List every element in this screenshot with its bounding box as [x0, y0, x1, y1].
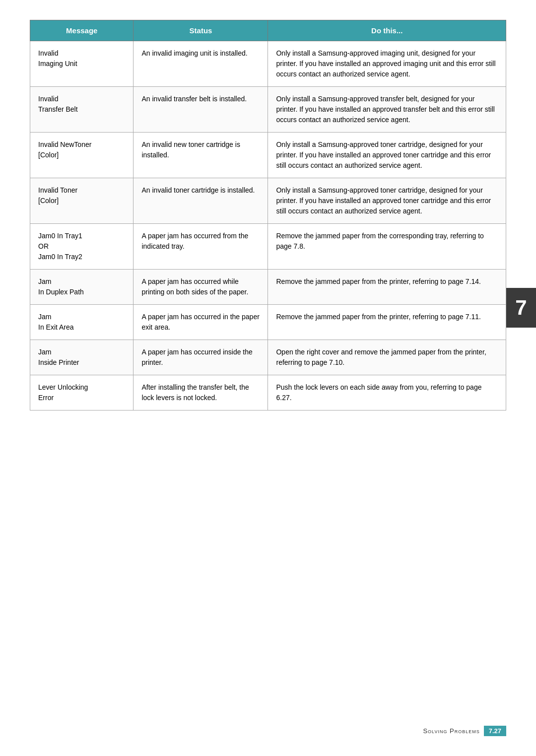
cell-message: Invalid Toner [Color] — [30, 178, 134, 224]
cell-status: A paper jam has occurred in the paper ex… — [134, 305, 268, 340]
header-message: Message — [30, 20, 134, 41]
cell-status: An invalid transfer belt is installed. — [134, 87, 268, 133]
cell-message: Jam0 In Tray1 OR Jam0 In Tray2 — [30, 224, 134, 270]
footer-label: Solving Problems — [423, 727, 479, 735]
cell-dothis: Only install a Samsung-approved toner ca… — [268, 178, 506, 224]
table-row: Lever Unlocking ErrorAfter installing th… — [30, 375, 506, 411]
table-row: Invalid Imaging UnitAn invalid imaging u… — [30, 41, 506, 87]
table-row: Jam In Exit AreaA paper jam has occurred… — [30, 305, 506, 340]
table-row: Invalid Transfer BeltAn invalid transfer… — [30, 87, 506, 133]
cell-message: Jam In Exit Area — [30, 305, 134, 340]
cell-dothis: Remove the jammed paper from the printer… — [268, 270, 506, 305]
cell-status: An invalid new toner cartridge is instal… — [134, 133, 268, 178]
cell-status: After installing the transfer belt, the … — [134, 375, 268, 411]
cell-dothis: Only install a Samsung-approved transfer… — [268, 87, 506, 133]
chapter-tab: 7 — [506, 288, 536, 328]
cell-status: An invalid imaging unit is installed. — [134, 41, 268, 87]
table-row: Invalid NewToner [Color]An invalid new t… — [30, 133, 506, 178]
table-row: Jam Inside PrinterA paper jam has occurr… — [30, 340, 506, 375]
cell-dothis: Push the lock levers on each side away f… — [268, 375, 506, 411]
cell-status: A paper jam has occurred from the indica… — [134, 224, 268, 270]
cell-status: A paper jam has occurred while printing … — [134, 270, 268, 305]
cell-dothis: Open the right cover and remove the jamm… — [268, 340, 506, 375]
main-table: Message Status Do this... Invalid Imagin… — [30, 20, 506, 411]
cell-status: An invalid toner cartridge is installed. — [134, 178, 268, 224]
table-row: Jam0 In Tray1 OR Jam0 In Tray2A paper ja… — [30, 224, 506, 270]
cell-dothis: Only install a Samsung-approved imaging … — [268, 41, 506, 87]
header-dothis: Do this... — [268, 20, 506, 41]
cell-message: Jam In Duplex Path — [30, 270, 134, 305]
cell-message: Invalid NewToner [Color] — [30, 133, 134, 178]
cell-message: Invalid Imaging Unit — [30, 41, 134, 87]
cell-message: Lever Unlocking Error — [30, 375, 134, 411]
cell-message: Invalid Transfer Belt — [30, 87, 134, 133]
header-status: Status — [134, 20, 268, 41]
footer: Solving Problems 7.27 — [423, 726, 506, 736]
cell-status: A paper jam has occurred inside the prin… — [134, 340, 268, 375]
footer-page: 7.27 — [484, 726, 506, 736]
cell-dothis: Remove the jammed paper from the printer… — [268, 305, 506, 340]
cell-message: Jam Inside Printer — [30, 340, 134, 375]
cell-dothis: Remove the jammed paper from the corresp… — [268, 224, 506, 270]
cell-dothis: Only install a Samsung-approved toner ca… — [268, 133, 506, 178]
table-row: Invalid Toner [Color]An invalid toner ca… — [30, 178, 506, 224]
table-row: Jam In Duplex PathA paper jam has occurr… — [30, 270, 506, 305]
